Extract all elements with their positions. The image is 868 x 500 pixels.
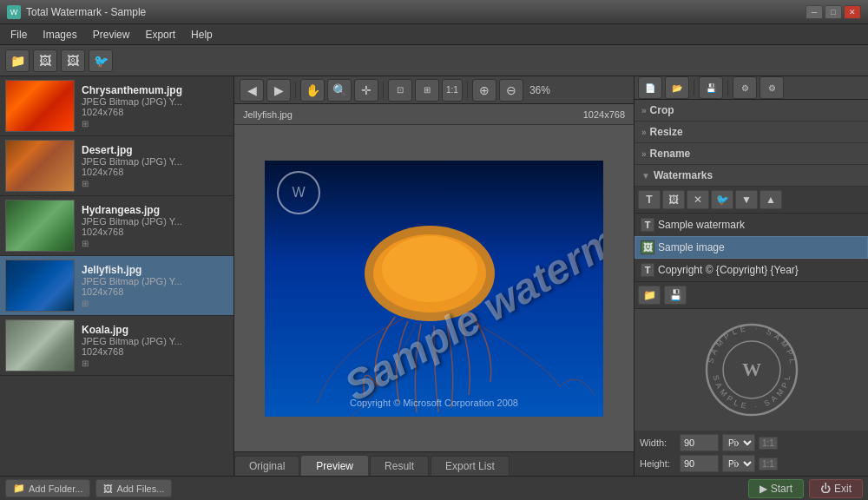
crop-arrow: »	[641, 106, 647, 115]
right-tool-settings[interactable]: ⚙	[733, 76, 757, 99]
file-item-koala[interactable]: Koala.jpg JPEG Bitmap (JPG) Y... 1024x76…	[0, 316, 233, 376]
actual-size-btn[interactable]: ⊞	[415, 79, 439, 102]
wm-add-text-btn[interactable]: T	[638, 190, 661, 209]
maximize-button[interactable]: □	[825, 5, 842, 19]
file-item-hydrangeas[interactable]: Hydrangeas.jpg JPEG Bitmap (JPG) Y... 10…	[0, 196, 233, 256]
wm-item-image[interactable]: 🖼 Sample image	[635, 236, 868, 259]
bottom-tabs: Original Preview Result Export List	[234, 451, 634, 476]
file-info-hydrangeas: Hydrangeas.jpg JPEG Bitmap (JPG) Y... 10…	[82, 204, 228, 248]
filename-koala: Koala.jpg	[82, 324, 228, 336]
filename-hydrangeas: Hydrangeas.jpg	[82, 204, 228, 216]
section-watermarks[interactable]: ▼ Watermarks	[635, 165, 868, 187]
svg-text:W: W	[742, 359, 761, 380]
file-list-panel: Chrysanthemum.jpg JPEG Bitmap (JPG) Y...…	[0, 76, 234, 476]
zoom-search-btn[interactable]: 🔍	[327, 79, 352, 102]
bird-btn[interactable]: 🐦	[89, 49, 113, 72]
toolbar-sep1	[295, 82, 296, 99]
toolbar-sep2	[383, 82, 384, 99]
add-buttons: 📁 Add Folder... 🖼 Add Files...	[5, 479, 172, 497]
right-tool-folder[interactable]: 📂	[665, 76, 689, 99]
zoom-out-btn[interactable]: ⊖	[499, 79, 523, 102]
height-label: Height:	[640, 458, 676, 469]
tab-result[interactable]: Result	[370, 456, 429, 476]
close-button[interactable]: ✕	[844, 5, 861, 19]
height-input[interactable]	[680, 455, 719, 472]
width-row: Width: Pixe % 1:1	[640, 434, 863, 451]
filename-desert: Desert.jpg	[82, 144, 228, 156]
add-files-label: Add Files...	[116, 484, 164, 494]
tab-export-list[interactable]: Export List	[431, 456, 510, 476]
image-dimensions: 1024x768	[583, 109, 625, 120]
nav-prev-btn[interactable]: ◀	[240, 79, 264, 102]
wm-text-icon: T	[641, 218, 654, 232]
add-folder-button[interactable]: 📁 Add Folder...	[5, 479, 90, 497]
minimize-button[interactable]: ─	[806, 5, 823, 19]
pan-tool-btn[interactable]: ✋	[300, 79, 325, 102]
watermark-preview-area: W SAMPLE · SAMPLE · SAMPLE · SAMPLE ·	[635, 309, 868, 431]
wm-item-copyright[interactable]: T Copyright © {Copyright} {Year}	[635, 259, 868, 281]
fit-btn[interactable]: ⊡	[388, 79, 412, 102]
nav-next-btn[interactable]: ▶	[266, 79, 291, 102]
move-btn[interactable]: ✛	[354, 79, 378, 102]
height-ratio[interactable]: 1:1	[759, 457, 778, 470]
right-panel: 📄 📂 💾 ⚙ ⚙ » Crop » Resize » Rename ▼ Wat…	[634, 76, 868, 476]
watermarks-toolbar: T 🖼 ✕ 🐦 ▼ ▲	[635, 187, 868, 214]
add-folder-icon: 📁	[13, 483, 25, 494]
wm-copyright-label: Copyright © {Copyright} {Year}	[658, 264, 799, 276]
menu-export[interactable]: Export	[138, 27, 182, 43]
wm-move-up-btn[interactable]: ▲	[760, 190, 782, 209]
width-input[interactable]	[680, 434, 719, 451]
open-folder-btn[interactable]: 📁	[5, 49, 30, 72]
tab-original[interactable]: Original	[234, 456, 299, 476]
main-area: Chrysanthemum.jpg JPEG Bitmap (JPG) Y...…	[0, 76, 868, 476]
add-image2-btn[interactable]: 🖼	[61, 49, 85, 72]
wm-save-btn[interactable]: 💾	[664, 286, 687, 305]
wm-load-btn[interactable]: 📁	[638, 286, 661, 305]
menu-preview[interactable]: Preview	[86, 27, 137, 43]
svg-point-2	[382, 236, 477, 302]
resize-arrow: »	[641, 128, 647, 137]
height-unit-select[interactable]: Pixe %	[722, 455, 755, 472]
width-unit-select[interactable]: Pixe %	[722, 434, 755, 451]
menu-help[interactable]: Help	[184, 27, 220, 43]
wm-item-text[interactable]: T Sample watermark	[635, 214, 868, 236]
ratio-btn[interactable]: 1:1	[442, 79, 463, 102]
wm-file-actions: 📁 💾	[635, 281, 868, 309]
wm-copyright-icon: T	[641, 263, 654, 277]
section-rename[interactable]: » Rename	[635, 143, 868, 165]
file-item-desert[interactable]: Desert.jpg JPEG Bitmap (JPG) Y... 1024x7…	[0, 136, 233, 196]
zoom-in-btn[interactable]: ⊕	[472, 79, 496, 102]
add-image-btn[interactable]: 🖼	[33, 49, 57, 72]
exit-button[interactable]: ⏻ Exit	[809, 479, 863, 498]
wm-add-image-btn[interactable]: 🖼	[662, 190, 685, 209]
right-tool-settings2[interactable]: ⚙	[760, 76, 784, 99]
section-crop[interactable]: » Crop	[635, 100, 868, 122]
add-files-button[interactable]: 🖼 Add Files...	[95, 479, 172, 497]
wm-bird-btn[interactable]: 🐦	[711, 190, 733, 209]
menu-file[interactable]: File	[3, 27, 34, 43]
zoom-level: 36%	[526, 84, 554, 96]
wm-move-down-btn[interactable]: ▼	[735, 190, 758, 209]
menu-images[interactable]: Images	[36, 27, 83, 43]
fileicon-chrysanthemum: ⊞	[82, 119, 228, 128]
width-ratio[interactable]: 1:1	[759, 437, 778, 450]
image-canvas: W Sample watermark Copyright © Microsoft…	[234, 125, 634, 451]
right-tool-1[interactable]: 📄	[638, 76, 662, 99]
wm-text-label: Sample watermark	[658, 219, 745, 231]
filename-jellyfish: Jellyfish.jpg	[82, 264, 228, 276]
filename-chrysanthemum: Chrysanthemum.jpg	[82, 84, 228, 96]
file-item-chrysanthemum[interactable]: Chrysanthemum.jpg JPEG Bitmap (JPG) Y...…	[0, 76, 233, 136]
right-tool-save[interactable]: 💾	[699, 76, 723, 99]
watermarks-label: Watermarks	[654, 169, 713, 181]
watermarks-arrow: ▼	[641, 171, 650, 181]
toolbar-sep3	[467, 82, 468, 99]
wm-delete-btn[interactable]: ✕	[687, 190, 709, 209]
watermark-stamp: W	[277, 171, 320, 214]
file-item-jellyfish[interactable]: Jellyfish.jpg JPEG Bitmap (JPG) Y... 102…	[0, 256, 233, 316]
action-buttons: ▶ Start ⏻ Exit	[748, 479, 863, 498]
menubar: File Images Preview Export Help	[0, 24, 868, 45]
title-area: W Total Watermark - Sample	[7, 5, 146, 19]
tab-preview[interactable]: Preview	[301, 456, 368, 476]
start-button[interactable]: ▶ Start	[748, 479, 804, 498]
section-resize[interactable]: » Resize	[635, 122, 868, 143]
